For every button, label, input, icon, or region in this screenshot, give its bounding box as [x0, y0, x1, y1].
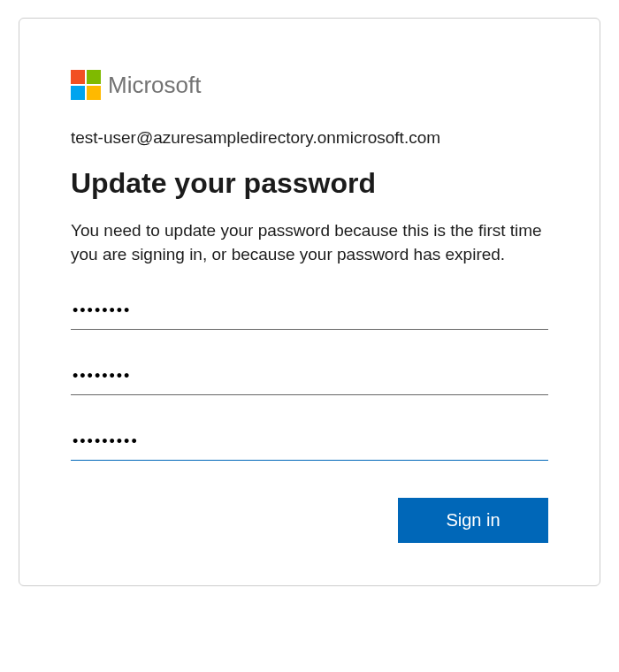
microsoft-logo-icon: [71, 70, 101, 100]
page-title: Update your password: [71, 167, 548, 200]
confirm-password-input[interactable]: [71, 424, 548, 461]
brand-row: Microsoft: [71, 70, 548, 100]
update-password-dialog: Microsoft test-user@azuresampledirectory…: [19, 18, 600, 586]
action-row: Sign in: [71, 498, 548, 543]
new-password-input[interactable]: [71, 358, 548, 395]
signin-button[interactable]: Sign in: [398, 498, 548, 543]
brand-text: Microsoft: [108, 72, 201, 99]
description-text: You need to update your password because…: [71, 219, 548, 266]
current-password-input[interactable]: [71, 293, 548, 330]
account-email: test-user@azuresampledirectory.onmicroso…: [71, 128, 548, 148]
